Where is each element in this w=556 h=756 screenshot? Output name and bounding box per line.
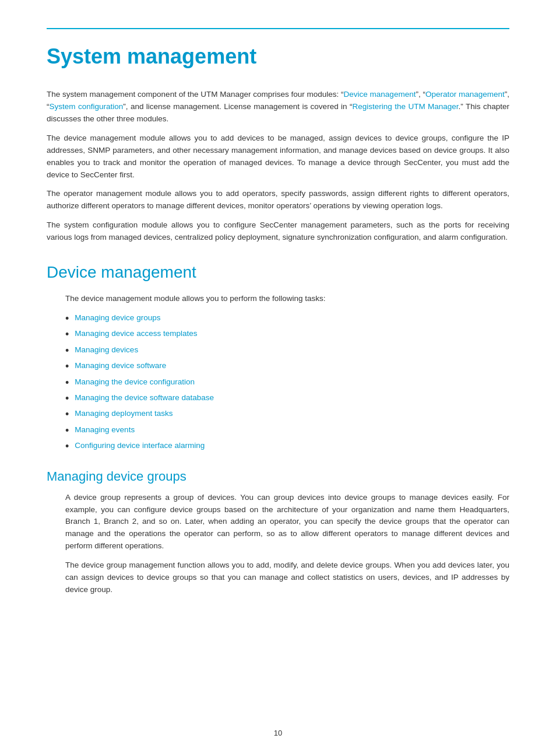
link-system-configuration[interactable]: System configuration [50,102,124,111]
intro-paragraph-1: The system management component of the U… [47,89,509,125]
task-link-4[interactable]: Managing device software [75,360,166,372]
task-link-2[interactable]: Managing device access templates [75,328,197,340]
page-number: 10 [274,727,282,739]
task-link-8[interactable]: Managing events [75,424,135,436]
intro-paragraph-3: The operator management module allows yo… [47,188,509,212]
task-link-7[interactable]: Managing deployment tasks [75,408,173,420]
device-management-tasks-list: Managing device groups Managing device a… [47,312,509,454]
device-management-title: Device management [47,260,509,285]
managing-device-groups-p2: The device group management function all… [47,559,509,596]
list-item: Managing device access templates [65,328,509,341]
link-registering-utm[interactable]: Registering the UTM Manager [353,102,459,111]
list-item: Managing the device configuration [65,376,509,390]
managing-device-groups-p1: A device group represents a group of dev… [47,492,509,553]
task-link-1[interactable]: Managing device groups [75,312,160,324]
list-item: Managing devices [65,344,509,358]
task-link-3[interactable]: Managing devices [75,344,138,356]
intro-paragraph-4: The system configuration module allows y… [47,219,509,244]
task-link-5[interactable]: Managing the device configuration [75,376,195,388]
link-operator-management[interactable]: Operator management [425,90,505,99]
list-item: Managing deployment tasks [65,408,509,421]
task-link-6[interactable]: Managing the device software database [75,392,214,404]
page-container: System management The system management … [0,0,556,756]
managing-device-groups-title: Managing device groups [47,467,509,486]
list-item: Managing the device software database [65,392,509,405]
list-item: Managing device groups [65,312,509,326]
list-item: Managing events [65,424,509,438]
top-rule [47,28,509,29]
intro-paragraph-2: The device management module allows you … [47,132,509,181]
page-title: System management [47,41,509,72]
task-link-9[interactable]: Configuring device interface alarming [75,440,205,452]
device-management-intro: The device management module allows you … [47,293,509,305]
list-item: Configuring device interface alarming [65,440,509,453]
link-device-management[interactable]: Device management [344,90,416,99]
list-item: Managing device software [65,360,509,373]
